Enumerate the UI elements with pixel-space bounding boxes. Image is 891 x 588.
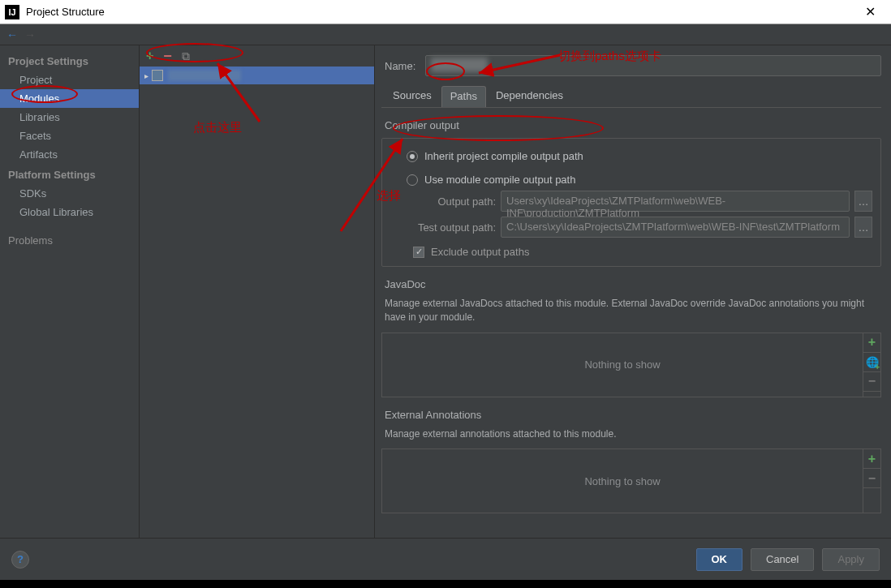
exclude-checkbox[interactable]: ✓ [413, 247, 424, 258]
sidebar-item-sdks[interactable]: SDKs [0, 184, 139, 203]
sidebar-item-problems[interactable]: Problems [0, 230, 139, 250]
content-panel: Name: Sources Paths Dependencies Compile… [375, 45, 891, 538]
tab-paths[interactable]: Paths [441, 86, 486, 107]
compiler-output-group: Inherit project compile output path Use … [381, 138, 881, 267]
sidebar-group-platform-settings: Platform Settings [0, 164, 139, 184]
sidebar-item-modules[interactable]: Modules [0, 89, 139, 108]
radio-inherit-label: Inherit project compile output path [424, 150, 583, 162]
close-icon[interactable]: ✕ [854, 4, 886, 19]
bottom-strip [0, 580, 891, 588]
module-icon [152, 70, 163, 81]
javadoc-title: JavaDoc [381, 278, 881, 290]
ext-annotations-list: Nothing to show + − [381, 449, 881, 513]
copy-module-icon[interactable]: ⧉ [182, 49, 190, 63]
javadoc-add-icon[interactable]: + [863, 333, 880, 353]
titlebar: IJ Project Structure ✕ [0, 0, 891, 24]
javadoc-list: Nothing to show + 🌐 − [381, 333, 881, 397]
sidebar-item-facets[interactable]: Facets [0, 127, 139, 145]
module-panel: + − ⧉ ▸ [140, 45, 375, 538]
ext-annotations-desc: Manage external annotations attached to … [385, 427, 881, 441]
ok-button[interactable]: OK [696, 548, 743, 571]
module-toolbar: + − ⧉ [140, 45, 374, 67]
add-module-icon[interactable]: + [146, 49, 153, 63]
output-path-label: Output path: [407, 195, 496, 208]
dialog-footer: ? OK Cancel Apply [0, 538, 891, 580]
sidebar-item-project[interactable]: Project [0, 71, 139, 89]
module-name-blurred [168, 70, 241, 81]
ext-remove-icon[interactable]: − [863, 469, 880, 488]
history-toolbar: ← → [0, 24, 891, 45]
name-value-blurred [431, 58, 488, 72]
ext-annotations-title: External Annotations [381, 409, 881, 421]
output-path-browse[interactable]: … [854, 191, 872, 212]
module-list-item[interactable]: ▸ [140, 67, 374, 84]
radio-inherit[interactable] [407, 151, 418, 162]
sidebar-item-artifacts[interactable]: Artifacts [0, 145, 139, 164]
radio-use-module-label: Use module compile output path [424, 174, 575, 186]
cancel-button[interactable]: Cancel [751, 548, 814, 571]
radio-use-module[interactable] [407, 174, 418, 186]
exclude-label: Exclude output paths [431, 246, 529, 258]
help-icon[interactable]: ? [11, 551, 29, 569]
sidebar-group-project-settings: Project Settings [0, 50, 139, 71]
back-icon[interactable]: ← [6, 28, 18, 41]
javadoc-desc: Manage external JavaDocs attached to thi… [385, 297, 881, 324]
compiler-output-title: Compiler output [381, 119, 881, 131]
javadoc-remove-icon[interactable]: − [863, 372, 880, 392]
name-field[interactable] [425, 55, 881, 76]
test-output-path-label: Test output path: [407, 221, 496, 234]
test-output-path-field[interactable]: C:\Users\xy\IdeaProjects\ZMTPlatform\web… [501, 217, 850, 238]
remove-module-icon[interactable]: − [163, 48, 172, 65]
javadoc-add-url-icon[interactable]: 🌐 [863, 353, 880, 372]
app-icon: IJ [5, 5, 19, 19]
apply-button[interactable]: Apply [822, 548, 880, 571]
tab-sources[interactable]: Sources [385, 86, 440, 107]
ext-annotations-empty: Nothing to show [382, 449, 863, 513]
module-tabs: Sources Paths Dependencies [381, 86, 881, 108]
output-path-field[interactable]: Users\xy\IdeaProjects\ZMTPlatform\web\WE… [501, 191, 850, 212]
name-label: Name: [381, 60, 415, 72]
sidebar-item-libraries[interactable]: Libraries [0, 108, 139, 127]
ext-add-icon[interactable]: + [863, 449, 880, 469]
test-output-path-browse[interactable]: … [854, 217, 872, 238]
forward-icon[interactable]: → [24, 28, 36, 41]
window-title: Project Structure [26, 6, 854, 18]
tab-dependencies[interactable]: Dependencies [488, 86, 571, 107]
expand-icon[interactable]: ▸ [144, 71, 148, 80]
sidebar: Project Settings Project Modules Librari… [0, 45, 140, 538]
javadoc-empty: Nothing to show [382, 333, 863, 397]
sidebar-item-global-libraries[interactable]: Global Libraries [0, 203, 139, 221]
